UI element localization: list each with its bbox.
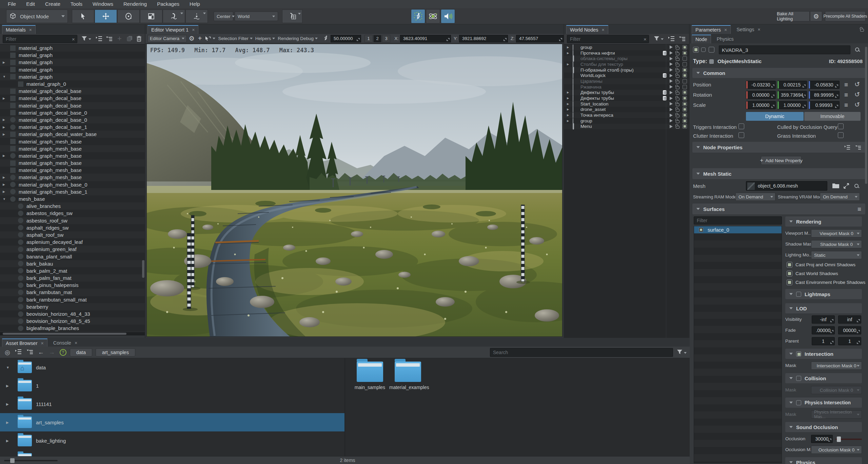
material-list-item[interactable]: ▶ material_graph_mesh_base_1 [0, 188, 145, 195]
expand-arrow-icon[interactable]: ▼ [6, 366, 9, 369]
surfaces-menu-icon[interactable]: ≡ [857, 206, 861, 212]
material-list-item[interactable]: material_graph_decal_base [0, 88, 145, 95]
help-icon[interactable]: ? [60, 349, 66, 356]
y-value-field[interactable]: 0.00215 [777, 81, 807, 89]
close-icon[interactable]: × [192, 27, 195, 33]
asset-content-area[interactable]: main_samples material_examples [345, 358, 690, 456]
drag-corner-icon[interactable] [559, 38, 562, 41]
menu-item[interactable]: Edit [21, 0, 40, 8]
lightmaps-checkbox[interactable] [796, 292, 801, 297]
scale-tool-button[interactable] [140, 9, 162, 23]
drag-corner-icon[interactable] [771, 95, 774, 98]
immovable-button[interactable]: Immovable [804, 112, 861, 121]
camera-z-field[interactable]: 47.56557 [516, 35, 564, 42]
node-flag-icon[interactable] [670, 102, 673, 105]
speed-preset-button[interactable]: 3 [382, 35, 390, 42]
dynamic-button[interactable]: Dynamic [746, 112, 804, 121]
slider-thumb[interactable] [10, 458, 15, 463]
expand-arrow-icon[interactable]: ▶ [567, 46, 571, 49]
section-surfaces[interactable]: Surfaces ≡ [692, 204, 865, 214]
lod-visibility-min-field[interactable]: -inf [812, 315, 835, 324]
node-lock-icon[interactable] [676, 47, 679, 50]
locate-asset-icon[interactable]: ◎ [5, 349, 10, 356]
row-menu-icon[interactable]: ≡ [844, 102, 848, 108]
selection-filter-dropdown[interactable]: Selection Filter [218, 36, 252, 41]
node-flag-icon[interactable] [670, 114, 673, 117]
expand-arrow-icon[interactable]: ▶ [567, 108, 571, 111]
node-flag-icon[interactable] [670, 74, 673, 77]
x-value-field[interactable]: 0.00000 [746, 91, 776, 99]
world-node-row[interactable]: ▶ group [564, 118, 689, 124]
reset-icon[interactable]: ↺ [854, 81, 860, 88]
clone-material-icon[interactable] [127, 36, 133, 42]
world-node-row[interactable]: ▶ drone_asset [564, 107, 689, 113]
menu-item[interactable]: Packages [152, 0, 184, 8]
section-physics[interactable]: Physics [785, 457, 862, 464]
collapse-tree-icon[interactable] [844, 145, 850, 150]
filter-funnel-icon[interactable] [654, 36, 659, 42]
node-lock-icon[interactable] [676, 92, 679, 95]
surface-enabled-checkbox[interactable] [699, 228, 703, 232]
node-enabled-checkbox[interactable] [683, 113, 687, 117]
expand-arrow-icon[interactable]: ▶ [3, 61, 7, 64]
tab-asset-browser[interactable]: Asset Browser × [2, 339, 47, 347]
node-flag-icon[interactable] [670, 125, 673, 128]
expand-arrow-icon[interactable]: ▼ [3, 75, 7, 78]
thumbnail-zoom-slider[interactable] [4, 460, 58, 461]
node-enabled-checkbox[interactable] [683, 73, 687, 78]
material-list-item[interactable]: ▶ material_graph_decal_base_1 [0, 123, 145, 131]
material-list-item[interactable]: material_graph [0, 44, 145, 52]
open-folder-icon[interactable] [832, 182, 840, 190]
drag-corner-icon[interactable] [803, 95, 806, 98]
expand-arrow-icon[interactable]: ▶ [567, 119, 571, 122]
drag-corner-icon[interactable] [357, 38, 360, 41]
x-value-field[interactable]: 1.00000 [746, 101, 776, 109]
material-list-item[interactable]: bearberry [0, 303, 145, 310]
drag-corner-icon[interactable] [771, 105, 774, 108]
delete-material-icon[interactable] [136, 36, 142, 43]
expand-tree-icon[interactable] [26, 349, 33, 355]
menu-item[interactable]: Rendering [118, 0, 152, 8]
rotate-tool-button[interactable] [117, 9, 140, 23]
speed-preset-button[interactable]: 1 [364, 35, 373, 42]
lighting-mode-dropdown[interactable]: Static [811, 251, 862, 259]
world-node-row[interactable]: ▶ Дефекты трубы [564, 95, 689, 101]
culled-occlusion-checkbox[interactable] [838, 123, 844, 129]
world-node-row[interactable]: Menu [564, 124, 689, 130]
tab-settings[interactable]: Settings × [733, 25, 764, 34]
node-enabled-checkbox[interactable] [683, 96, 687, 100]
z-value-field[interactable]: 89.99995 [808, 91, 840, 99]
node-enabled-checkbox[interactable] [683, 85, 687, 89]
node-enabled-checkbox[interactable] [683, 124, 687, 129]
drag-corner-icon[interactable] [857, 330, 860, 333]
expand-arrow-icon[interactable]: ▶ [567, 63, 571, 66]
tab-world-nodes[interactable]: World Nodes × [566, 25, 608, 34]
node-enabled-checkbox[interactable] [683, 68, 687, 72]
intersection-checkbox[interactable] [796, 351, 801, 356]
material-list-item[interactable]: material_graph_mesh_base [0, 138, 145, 145]
node-flag-icon[interactable] [670, 79, 673, 83]
filter-options-chevron-icon[interactable] [661, 38, 664, 40]
expand-arrow-icon[interactable]: ▶ [3, 183, 7, 186]
node-lock-icon[interactable] [676, 86, 679, 89]
subtab-node[interactable]: Node [692, 35, 711, 43]
camera-x-field[interactable]: 3623.40091 [400, 35, 451, 42]
drag-corner-icon[interactable] [803, 84, 806, 88]
world-node-row[interactable]: ▶ Start_location [564, 101, 689, 107]
material-list-item[interactable]: ▶ material_graph [0, 59, 145, 66]
section-collision[interactable]: Collision [785, 373, 862, 383]
material-list-item[interactable]: material_graph [0, 52, 145, 59]
filter-funnel-icon[interactable] [81, 36, 87, 42]
y-value-field[interactable]: 359.73694 [777, 91, 807, 99]
collision-checkbox[interactable] [796, 376, 801, 381]
node-flag-icon[interactable] [670, 91, 673, 94]
parameters-vscrollbar[interactable] [865, 47, 867, 184]
node-flag-icon[interactable] [670, 97, 673, 100]
node-lock-icon[interactable] [676, 70, 679, 72]
bake-settings-button[interactable]: ⚙ [810, 11, 822, 21]
drag-corner-icon[interactable] [835, 84, 838, 88]
physics-simulation-button[interactable] [426, 9, 440, 23]
z-value-field[interactable]: -0.05830 [808, 81, 840, 89]
node-enabled-checkbox[interactable] [683, 45, 687, 50]
node-lock-icon[interactable] [676, 53, 679, 55]
